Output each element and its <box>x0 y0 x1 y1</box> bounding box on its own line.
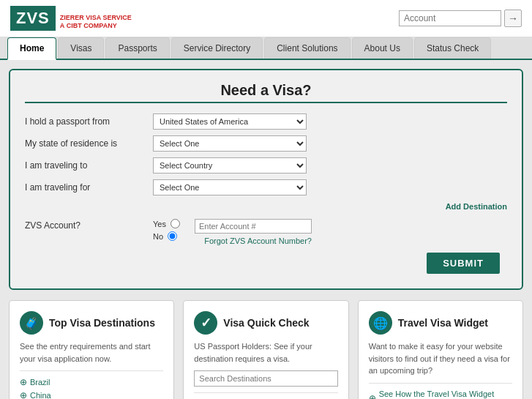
destination-search-row <box>194 370 337 387</box>
submit-button[interactable]: SUBMIT <box>427 253 500 274</box>
purpose-row: I am traveling for Select One <box>25 179 507 195</box>
card-header-widget: 🌐 Travel Visa Widget <box>369 311 512 335</box>
residence-label: My state of residence is <box>25 138 153 149</box>
destinations-title: Top Visa Destinations <box>49 317 155 329</box>
logo-text: ZVS <box>16 9 50 27</box>
header: ZVS ZIERER VISA SERVICE A CIBT COMPANY → <box>0 0 532 37</box>
title-divider <box>25 102 507 103</box>
top-visa-destinations-card: 🧳 Top Visa Destinations See the entry re… <box>9 300 174 399</box>
purpose-select[interactable]: Select One <box>153 179 307 195</box>
no-radio-row: No <box>153 231 180 241</box>
card-header-destinations: 🧳 Top Visa Destinations <box>20 311 163 335</box>
destination-select[interactable]: Select Country <box>153 157 307 174</box>
quickcheck-desc: US Passport Holders: See if your destina… <box>194 340 337 365</box>
link-brazil[interactable]: Brazil <box>20 377 163 387</box>
forgot-account-link[interactable]: Forgot ZVS Account Number? <box>195 236 312 245</box>
yes-radio[interactable] <box>171 219 180 228</box>
visa-form-title: Need a Visa? <box>25 82 507 99</box>
navigation: Home Visas Passports Service Directory C… <box>0 37 532 60</box>
nav-tab-passports[interactable]: Passports <box>105 37 169 59</box>
nav-tab-client-solutions[interactable]: Client Solutions <box>264 37 350 59</box>
account-number-area: Forgot ZVS Account Number? <box>195 219 312 245</box>
account-input[interactable] <box>399 10 501 26</box>
destinations-icon: 🧳 <box>20 311 43 335</box>
widget-title: Travel Visa Widget <box>398 317 488 329</box>
widget-icon: 🌐 <box>369 311 392 335</box>
logo-subtitle: ZIERER VISA SERVICE A CIBT COMPANY <box>60 14 132 31</box>
zvs-account-label: ZVS Account? <box>25 219 153 231</box>
yes-radio-row: Yes <box>153 219 180 228</box>
quickcheck-icon: ✓ <box>194 311 217 335</box>
nav-tab-visas[interactable]: Visas <box>58 37 104 59</box>
zvs-account-row: ZVS Account? Yes No Forgot ZVS Account N… <box>25 219 507 245</box>
widget-desc: Want to make it easy for your website vi… <box>369 340 512 377</box>
nav-tab-service-directory[interactable]: Service Directory <box>171 37 263 59</box>
add-destination-row: Add Destination <box>153 201 507 212</box>
nav-tab-home[interactable]: Home <box>7 37 56 60</box>
logo-area: ZVS ZIERER VISA SERVICE A CIBT COMPANY <box>10 6 132 31</box>
residence-row: My state of residence is Select One <box>25 135 507 152</box>
passport-label: I hold a passport from <box>25 116 153 127</box>
quickcheck-title: Visa Quick Check <box>223 317 309 329</box>
visa-quick-check-card: ✓ Visa Quick Check US Passport Holders: … <box>183 300 348 399</box>
bottom-cards: 🧳 Top Visa Destinations See the entry re… <box>9 300 523 399</box>
passport-select[interactable]: United States of America Other <box>153 113 307 130</box>
widget-how-link[interactable]: See How the Travel Visa Widget Works <box>369 389 512 400</box>
account-number-input[interactable] <box>195 219 312 234</box>
submit-row: SUBMIT <box>25 253 507 274</box>
purpose-label: I am traveling for <box>25 182 153 193</box>
visa-form-card: Need a Visa? I hold a passport from Unit… <box>9 69 523 290</box>
nav-tab-status-check[interactable]: Status Check <box>414 37 491 59</box>
no-radio[interactable] <box>168 231 177 241</box>
destination-label: I am traveling to <box>25 160 153 171</box>
main-content: Need a Visa? I hold a passport from Unit… <box>0 60 532 399</box>
destination-search-input[interactable] <box>194 370 337 387</box>
link-china[interactable]: China <box>20 390 163 399</box>
destination-row: I am traveling to Select Country <box>25 157 507 174</box>
residence-select[interactable]: Select One <box>153 135 307 152</box>
passport-row: I hold a passport from United States of … <box>25 113 507 130</box>
account-go-button[interactable]: → <box>504 10 522 27</box>
nav-tab-about-us[interactable]: About Us <box>352 37 413 59</box>
account-radio-options: Yes No <box>153 219 180 241</box>
header-right: → <box>399 10 522 27</box>
travel-visa-widget-card: 🌐 Travel Visa Widget Want to make it eas… <box>358 300 523 399</box>
card-header-quickcheck: ✓ Visa Quick Check <box>194 311 337 335</box>
destinations-desc: See the entry requirements and start you… <box>20 340 163 365</box>
logo: ZVS <box>10 6 56 31</box>
add-destination-link[interactable]: Add Destination <box>446 202 507 211</box>
